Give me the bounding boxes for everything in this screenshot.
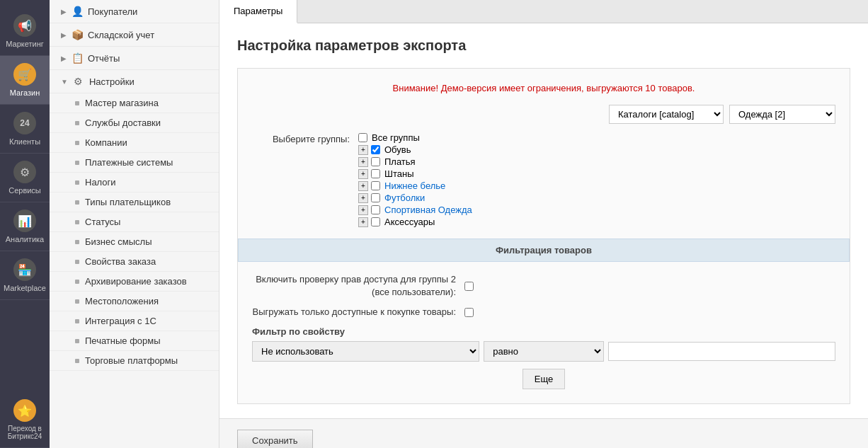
nav-sub-print-forms[interactable]: Печатные формы [50, 331, 219, 351]
property-filter-select[interactable]: Не использовать [252, 341, 479, 362]
group-checkbox-shoes[interactable] [371, 145, 380, 154]
nav-sub-statuses[interactable]: Статусы [50, 212, 219, 232]
group-item-sport: + Спортивная Одежда [358, 205, 472, 215]
group-checkbox-underwear[interactable] [371, 181, 380, 190]
expand-btn-pants[interactable]: + [358, 169, 368, 179]
content-box: Внимание! Демо-версия имеет ограничения,… [237, 68, 850, 404]
nav-item-warehouse[interactable]: ▶ 📦 Складской учет [50, 23, 219, 47]
sidebar-item-analytics[interactable]: 📊 Аналитика [0, 202, 50, 251]
group-item-all: Все группы [358, 132, 472, 143]
save-bar: Сохранить [219, 418, 868, 448]
nav-sub-business[interactable]: Бизнес смыслы [50, 232, 219, 252]
warning-text: Внимание! Демо-версия имеет ограничения,… [252, 83, 835, 93]
group-link-tshirts[interactable]: Футболки [384, 193, 425, 203]
category-select[interactable]: Одежда [2] [729, 105, 835, 124]
nav-label-reports: Отчёты [88, 53, 120, 64]
nav-sub-taxes[interactable]: Налоги [50, 173, 219, 193]
sidebar-item-bitrix24[interactable]: ⭐ Переход в Битрикс24 [0, 392, 50, 448]
sidebar-label-clients: Клиенты [9, 137, 40, 146]
sidebar-item-marketplace[interactable]: 🏪 Marketplace [0, 251, 50, 300]
dot-icon [75, 339, 79, 343]
nav-sub-locations[interactable]: Местоположения [50, 292, 219, 311]
filter-label-access: Включить проверку прав доступа для групп… [252, 273, 464, 299]
clients-icon: 24 [13, 112, 36, 134]
nav-sub-archiving[interactable]: Архивирование заказов [50, 272, 219, 292]
nav-sub-label-statuses: Статусы [85, 217, 120, 227]
nav-label-buyers: Покупатели [88, 6, 137, 17]
nav-sub-trade-platforms[interactable]: Торговые платформы [50, 351, 219, 371]
filter-section-header: Фильтрация товаров [238, 239, 850, 262]
nav-label-warehouse: Складской учет [88, 30, 154, 40]
group-link-underwear[interactable]: Нижнее белье [384, 180, 445, 191]
expand-btn-tshirts[interactable]: + [358, 193, 368, 203]
nav-sub-companies[interactable]: Компании [50, 133, 219, 153]
arrow-icon: ▶ [61, 31, 67, 39]
marketing-icon: 📢 [13, 14, 36, 37]
dot-icon [75, 121, 79, 125]
dot-icon [75, 319, 79, 323]
filter-label-available: Выгружать только доступные к покупке тов… [252, 306, 464, 318]
expand-btn-accessories[interactable]: + [358, 217, 368, 227]
group-checkbox-pants[interactable] [371, 169, 380, 178]
nav-item-reports[interactable]: ▶ 📋 Отчёты [50, 47, 219, 70]
group-item-accessories: + Аксессуары [358, 217, 472, 227]
property-filter-label: Фильтр по свойству [252, 326, 345, 337]
sidebar-item-marketing[interactable]: 📢 Маркетинг [0, 7, 50, 56]
dot-icon [75, 280, 79, 284]
filter-item-access: Включить проверку прав доступа для групп… [252, 273, 835, 299]
expand-btn-underwear[interactable]: + [358, 181, 368, 191]
group-checkbox-tshirts[interactable] [371, 193, 380, 202]
catalog-select[interactable]: Каталоги [catalog] [609, 105, 724, 124]
condition-select[interactable]: равно [484, 341, 604, 362]
more-button[interactable]: Еще [522, 369, 565, 389]
group-item-underwear: + Нижнее белье [358, 180, 472, 191]
dot-icon [75, 101, 79, 105]
sidebar-item-shop[interactable]: 🛒 Магазин [0, 56, 50, 105]
dot-icon [75, 260, 79, 264]
dot-icon [75, 161, 79, 165]
nav-sub-label-taxes: Налоги [85, 177, 116, 188]
group-label-shoes: Обувь [384, 144, 411, 155]
reports-icon: 📋 [71, 52, 84, 64]
nav-sub-label-business: Бизнес смыслы [85, 236, 152, 247]
group-checkbox-accessories[interactable] [371, 217, 380, 226]
group-checkbox-sport[interactable] [371, 205, 380, 214]
expand-btn-sport[interactable]: + [358, 205, 368, 215]
nav-item-settings[interactable]: ▼ ⚙ Настройки [50, 70, 219, 93]
nav-sub-delivery[interactable]: Службы доставки [50, 113, 219, 133]
nav-item-buyers[interactable]: ▶ 👤 Покупатели [50, 0, 219, 23]
group-link-sport[interactable]: Спортивная Одежда [384, 205, 472, 215]
filter-checkbox-access[interactable] [464, 282, 474, 291]
nav-label-settings: Настройки [89, 76, 135, 87]
group-item-pants: + Штаны [358, 168, 472, 179]
sidebar-item-clients[interactable]: 24 Клиенты [0, 105, 50, 154]
group-checkbox-all[interactable] [358, 133, 367, 142]
sidebar-item-services[interactable]: ⚙ Сервисы [0, 154, 50, 202]
nav-sub-payer-types[interactable]: Типы плательщиков [50, 193, 219, 212]
settings-icon: ⚙ [72, 75, 85, 88]
nav-sub-label-companies: Компании [85, 137, 127, 148]
save-button[interactable]: Сохранить [237, 430, 313, 448]
expand-btn-shoes[interactable]: + [358, 145, 368, 155]
tabs-bar: Параметры [219, 0, 868, 23]
nav-sub-label-delivery: Службы доставки [85, 117, 161, 128]
nav-sub-1c[interactable]: Интеграция с 1С [50, 311, 219, 331]
property-value-input[interactable] [608, 342, 835, 361]
nav-sub-label-trade-platforms: Торговые платформы [85, 355, 178, 366]
dot-icon [75, 359, 79, 363]
nav-sub-payment[interactable]: Платежные системы [50, 153, 219, 173]
tab-params[interactable]: Параметры [219, 0, 297, 23]
buyers-icon: 👤 [71, 5, 84, 18]
nav-sub-label-1c: Интеграция с 1С [85, 316, 156, 326]
arrow-icon: ▶ [61, 8, 67, 16]
expand-btn-dresses[interactable]: + [358, 157, 368, 167]
nav-sub-shop-master[interactable]: Мастер магазина [50, 93, 219, 113]
warehouse-icon: 📦 [71, 28, 84, 41]
filter-checkbox-available[interactable] [464, 308, 474, 317]
groups-list: Все группы + Обувь + Платья [358, 132, 472, 227]
nav-sub-label-print-forms: Печатные формы [85, 335, 161, 346]
group-item-shoes: + Обувь [358, 144, 472, 155]
nav-sub-order-props[interactable]: Свойства заказа [50, 252, 219, 272]
group-checkbox-dresses[interactable] [371, 157, 380, 166]
property-filter-controls: Не использовать равно [252, 341, 835, 362]
